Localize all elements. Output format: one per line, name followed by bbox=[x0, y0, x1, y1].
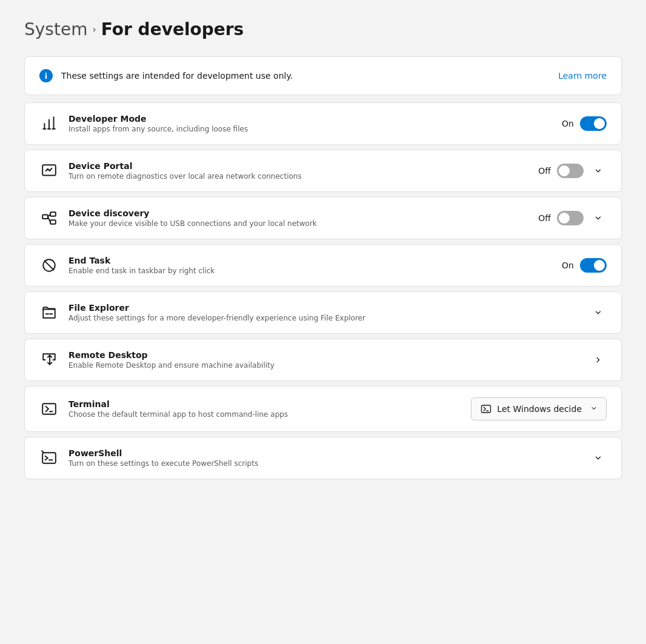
settings-list: Developer ModeInstall apps from any sour… bbox=[24, 102, 622, 479]
powershell-controls bbox=[590, 450, 607, 466]
powershell-content: PowerShellTurn on these settings to exec… bbox=[68, 448, 580, 468]
settings-card-developer-mode: Developer ModeInstall apps from any sour… bbox=[24, 102, 622, 145]
remote-desktop-description: Enable Remote Desktop and ensure machine… bbox=[68, 361, 580, 370]
svg-rect-8 bbox=[50, 212, 56, 216]
developer-mode-title: Developer Mode bbox=[68, 114, 552, 124]
device-discovery-controls: Off bbox=[538, 210, 607, 227]
powershell-title: PowerShell bbox=[68, 448, 580, 458]
remote-desktop-icon bbox=[39, 350, 59, 370]
device-portal-expand-button[interactable] bbox=[590, 162, 607, 179]
terminal-description: Choose the default terminal app to host … bbox=[68, 410, 461, 419]
info-banner-left: i These settings are intended for develo… bbox=[39, 69, 293, 82]
device-portal-toggle[interactable] bbox=[557, 164, 584, 178]
end-task-description: Enable end task in taskbar by right clic… bbox=[68, 267, 552, 275]
svg-rect-17 bbox=[42, 403, 56, 414]
file-explorer-controls bbox=[590, 304, 607, 321]
end-task-title: End Task bbox=[68, 256, 552, 265]
device-portal-toggle-thumb bbox=[559, 165, 570, 176]
terminal-icon bbox=[39, 399, 59, 419]
end-task-icon bbox=[39, 256, 59, 275]
device-portal-status-label: Off bbox=[538, 166, 551, 176]
info-banner: i These settings are intended for develo… bbox=[24, 56, 622, 95]
settings-card-remote-desktop[interactable]: Remote DesktopEnable Remote Desktop and … bbox=[24, 339, 622, 381]
powershell-icon bbox=[39, 448, 59, 468]
device-portal-description: Turn on remote diagnostics over local ar… bbox=[68, 172, 528, 181]
end-task-toggle-thumb bbox=[594, 260, 605, 271]
info-icon: i bbox=[39, 69, 53, 82]
terminal-dropdown[interactable]: Let Windows decide bbox=[471, 397, 607, 420]
developer-mode-controls: On bbox=[562, 116, 607, 131]
breadcrumb-system-link[interactable]: System bbox=[24, 19, 87, 39]
file-explorer-expand-button[interactable] bbox=[590, 304, 607, 321]
powershell-description: Turn on these settings to execute PowerS… bbox=[68, 459, 580, 468]
device-discovery-toggle[interactable] bbox=[557, 211, 584, 225]
end-task-controls: On bbox=[562, 258, 607, 273]
developer-mode-toggle[interactable] bbox=[580, 116, 607, 131]
breadcrumb: System › For developers bbox=[24, 19, 622, 39]
terminal-controls: Let Windows decide bbox=[471, 397, 607, 420]
end-task-content: End TaskEnable end task in taskbar by ri… bbox=[68, 256, 552, 275]
settings-card-end-task: End TaskEnable end task in taskbar by ri… bbox=[24, 244, 622, 287]
device-discovery-expand-button[interactable] bbox=[590, 210, 607, 227]
file-explorer-title: File Explorer bbox=[68, 303, 580, 313]
remote-desktop-controls bbox=[590, 351, 607, 368]
developer-mode-content: Developer ModeInstall apps from any sour… bbox=[68, 114, 552, 133]
device-discovery-status-label: Off bbox=[538, 213, 551, 223]
settings-card-powershell[interactable]: PowerShellTurn on these settings to exec… bbox=[24, 437, 622, 479]
svg-line-11 bbox=[48, 217, 50, 222]
svg-rect-21 bbox=[42, 453, 56, 463]
learn-more-link[interactable]: Learn more bbox=[558, 71, 607, 81]
info-banner-text: These settings are intended for developm… bbox=[61, 71, 293, 81]
device-portal-title: Device Portal bbox=[68, 161, 528, 171]
device-discovery-toggle-thumb bbox=[559, 213, 570, 224]
developer-mode-description: Install apps from any source, including … bbox=[68, 125, 552, 133]
terminal-dropdown-chevron bbox=[590, 404, 598, 414]
svg-line-23 bbox=[42, 451, 44, 453]
page-title: For developers bbox=[101, 19, 244, 39]
terminal-dropdown-value: Let Windows decide bbox=[497, 404, 582, 414]
device-portal-icon bbox=[39, 161, 59, 181]
device-portal-controls: Off bbox=[538, 162, 607, 179]
settings-card-device-discovery[interactable]: Device discoveryMake your device visible… bbox=[24, 197, 622, 239]
remote-desktop-title: Remote Desktop bbox=[68, 350, 580, 360]
svg-rect-9 bbox=[50, 220, 56, 224]
file-explorer-content: File ExplorerAdjust these settings for a… bbox=[68, 303, 580, 322]
settings-card-device-portal[interactable]: Device PortalTurn on remote diagnostics … bbox=[24, 150, 622, 192]
breadcrumb-separator: › bbox=[92, 24, 96, 35]
device-portal-content: Device PortalTurn on remote diagnostics … bbox=[68, 161, 528, 181]
svg-rect-7 bbox=[42, 215, 48, 219]
device-discovery-description: Make your device visible to USB connecti… bbox=[68, 219, 528, 228]
developer-mode-toggle-thumb bbox=[594, 118, 605, 129]
terminal-title: Terminal bbox=[68, 399, 461, 409]
developer-mode-status-label: On bbox=[562, 119, 574, 128]
device-discovery-icon bbox=[39, 208, 59, 228]
terminal-dropdown-icon bbox=[480, 403, 492, 415]
svg-rect-19 bbox=[482, 405, 491, 413]
svg-line-13 bbox=[44, 261, 53, 270]
device-discovery-content: Device discoveryMake your device visible… bbox=[68, 208, 528, 228]
powershell-expand-button[interactable] bbox=[590, 450, 607, 466]
device-discovery-title: Device discovery bbox=[68, 208, 528, 218]
file-explorer-description: Adjust these settings for a more develop… bbox=[68, 314, 580, 322]
settings-card-terminal[interactable]: TerminalChoose the default terminal app … bbox=[24, 386, 622, 432]
end-task-toggle[interactable] bbox=[580, 258, 607, 273]
end-task-status-label: On bbox=[562, 261, 574, 270]
file-explorer-icon bbox=[39, 303, 59, 322]
terminal-content: TerminalChoose the default terminal app … bbox=[68, 399, 461, 419]
settings-card-file-explorer[interactable]: File ExplorerAdjust these settings for a… bbox=[24, 291, 622, 334]
remote-desktop-expand-button[interactable] bbox=[590, 351, 607, 368]
developer-mode-icon bbox=[39, 114, 59, 133]
remote-desktop-content: Remote DesktopEnable Remote Desktop and … bbox=[68, 350, 580, 370]
